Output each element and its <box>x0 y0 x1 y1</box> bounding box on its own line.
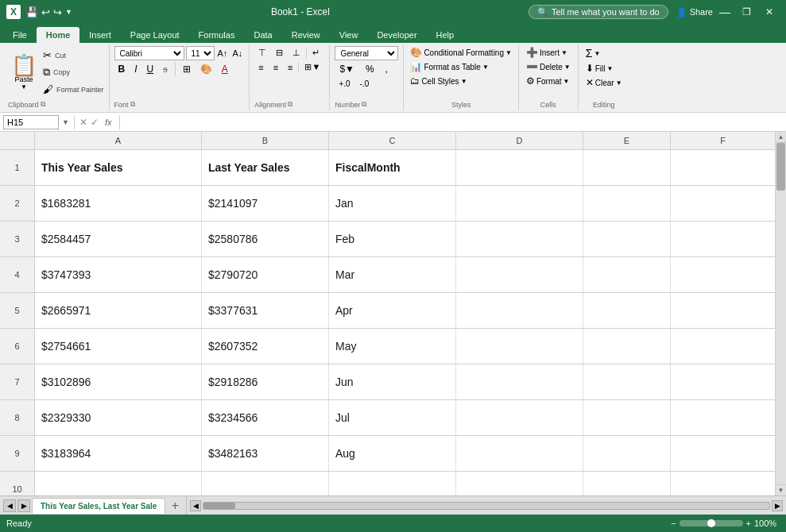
cell-e5[interactable] <box>583 293 671 328</box>
cell-e7[interactable] <box>583 364 671 399</box>
name-box-dropdown[interactable]: ▼ <box>62 118 69 126</box>
cell-b10[interactable] <box>202 472 329 495</box>
format-button[interactable]: ⚙ Format ▼ <box>524 75 573 87</box>
row-num-10[interactable]: 10 <box>0 472 35 495</box>
increase-font-button[interactable]: A↑ <box>216 48 230 59</box>
top-align-button[interactable]: ⊤ <box>254 46 270 60</box>
bottom-align-button[interactable]: ⊥ <box>288 46 304 60</box>
zoom-thumb[interactable] <box>707 519 715 527</box>
align-left-button[interactable]: ≡ <box>254 61 267 74</box>
share-button[interactable]: 👤 Share <box>676 7 713 17</box>
close-button[interactable]: ✕ <box>759 5 780 19</box>
comma-button[interactable]: , <box>381 62 393 76</box>
cell-a4[interactable]: $3747393 <box>35 257 202 292</box>
alignment-expand-icon[interactable]: ⧉ <box>288 100 292 109</box>
cell-styles-button[interactable]: 🗂 Cell Styles ▼ <box>408 75 513 87</box>
cell-e9[interactable] <box>583 436 671 471</box>
number-format-select[interactable]: General <box>335 46 398 60</box>
cell-d5[interactable] <box>456 293 583 328</box>
cancel-formula-button[interactable]: ✕ <box>79 117 87 128</box>
minimize-button[interactable]: — <box>714 5 735 19</box>
cell-e2[interactable] <box>583 186 671 221</box>
cell-d8[interactable] <box>456 400 583 435</box>
cell-d4[interactable] <box>456 257 583 292</box>
formula-input[interactable] <box>125 118 783 127</box>
quick-access-dropdown[interactable]: ▼ <box>65 8 72 16</box>
function-button[interactable]: fx <box>102 118 115 127</box>
scroll-thumb-vertical[interactable] <box>776 143 785 191</box>
cell-a3[interactable]: $2584457 <box>35 222 202 256</box>
scroll-down-button[interactable]: ▼ <box>776 484 787 495</box>
scroll-left-button[interactable]: ◀ <box>190 500 201 511</box>
tab-developer[interactable]: Developer <box>367 27 426 43</box>
row-num-9[interactable]: 9 <box>0 436 35 471</box>
cell-c7[interactable]: Jun <box>329 364 456 399</box>
cell-f3[interactable] <box>671 222 775 256</box>
zoom-in-button[interactable]: + <box>746 519 751 528</box>
cell-f10[interactable] <box>671 472 775 495</box>
cell-e10[interactable] <box>583 472 671 495</box>
tab-formulas[interactable]: Formulas <box>189 27 245 43</box>
cell-b5[interactable]: $3377631 <box>202 293 329 328</box>
row-num-2[interactable]: 2 <box>0 186 35 221</box>
scroll-up-button[interactable]: ▲ <box>776 132 787 143</box>
decrease-font-button[interactable]: A↓ <box>230 48 244 59</box>
cell-c9[interactable]: Aug <box>329 436 456 471</box>
align-center-button[interactable]: ≡ <box>269 61 282 74</box>
cell-b3[interactable]: $2580786 <box>202 222 329 256</box>
cell-c10[interactable] <box>329 472 456 495</box>
cell-d2[interactable] <box>456 186 583 221</box>
copy-button[interactable]: ⧉ <box>41 64 52 80</box>
font-color-button[interactable]: A <box>218 62 232 76</box>
name-box[interactable] <box>3 115 59 129</box>
cell-b9[interactable]: $3482163 <box>202 436 329 471</box>
font-expand-icon[interactable]: ⧉ <box>130 100 135 109</box>
vertical-scrollbar[interactable]: ▲ ▼ <box>775 132 786 495</box>
scroll-sheets-right[interactable]: ▶ <box>17 499 30 512</box>
cell-a1[interactable]: This Year Sales <box>35 150 202 185</box>
row-num-4[interactable]: 4 <box>0 257 35 292</box>
format-painter-button[interactable]: 🖌 <box>41 82 55 97</box>
cell-f2[interactable] <box>671 186 775 221</box>
cell-e4[interactable] <box>583 257 671 292</box>
cell-e3[interactable] <box>583 222 671 256</box>
col-header-d[interactable]: D <box>456 132 583 149</box>
tab-help[interactable]: Help <box>427 27 464 43</box>
tell-me-box[interactable]: 🔍 Tell me what you want to do <box>529 5 668 19</box>
zoom-slider[interactable] <box>680 520 743 526</box>
cell-d3[interactable] <box>456 222 583 256</box>
currency-button[interactable]: $▼ <box>335 62 359 76</box>
font-size-select[interactable]: 11 <box>186 46 215 60</box>
cell-c8[interactable]: Jul <box>329 400 456 435</box>
horizontal-scroll-thumb[interactable] <box>203 503 235 509</box>
cell-b4[interactable]: $2790720 <box>202 257 329 292</box>
paste-dropdown[interactable]: ▼ <box>21 83 27 91</box>
insert-button[interactable]: ➕ Insert ▼ <box>524 46 573 59</box>
cell-b1[interactable]: Last Year Sales <box>202 150 329 185</box>
cell-b6[interactable]: $2607352 <box>202 329 329 364</box>
scroll-right-button[interactable]: ▶ <box>772 500 783 511</box>
cell-b8[interactable]: $3234566 <box>202 400 329 435</box>
scroll-sheets-left[interactable]: ◀ <box>3 499 16 512</box>
restore-button[interactable]: ❐ <box>737 5 757 19</box>
cell-a10[interactable] <box>35 472 202 495</box>
cell-e6[interactable] <box>583 329 671 364</box>
middle-align-button[interactable]: ⊟ <box>272 46 287 60</box>
cell-a9[interactable]: $3183964 <box>35 436 202 471</box>
conditional-formatting-button[interactable]: 🎨 Conditional Formatting ▼ <box>408 46 513 59</box>
cell-d6[interactable] <box>456 329 583 364</box>
cell-d10[interactable] <box>456 472 583 495</box>
align-right-button[interactable]: ≡ <box>284 61 296 74</box>
format-as-table-button[interactable]: 📊 Format as Table ▼ <box>408 60 513 73</box>
col-header-f[interactable]: F <box>671 132 775 149</box>
cell-e1[interactable] <box>583 150 671 185</box>
cell-f9[interactable] <box>671 436 775 471</box>
clear-button[interactable]: ✕ Clear ▼ <box>583 76 625 89</box>
cell-f1[interactable] <box>671 150 775 185</box>
strikethrough-button[interactable]: s <box>159 63 172 75</box>
row-num-3[interactable]: 3 <box>0 222 35 256</box>
cell-f6[interactable] <box>671 329 775 364</box>
delete-button[interactable]: ➖ Delete ▼ <box>524 60 573 73</box>
cell-c1[interactable]: FiscalMonth <box>329 150 456 185</box>
cell-c5[interactable]: Apr <box>329 293 456 328</box>
